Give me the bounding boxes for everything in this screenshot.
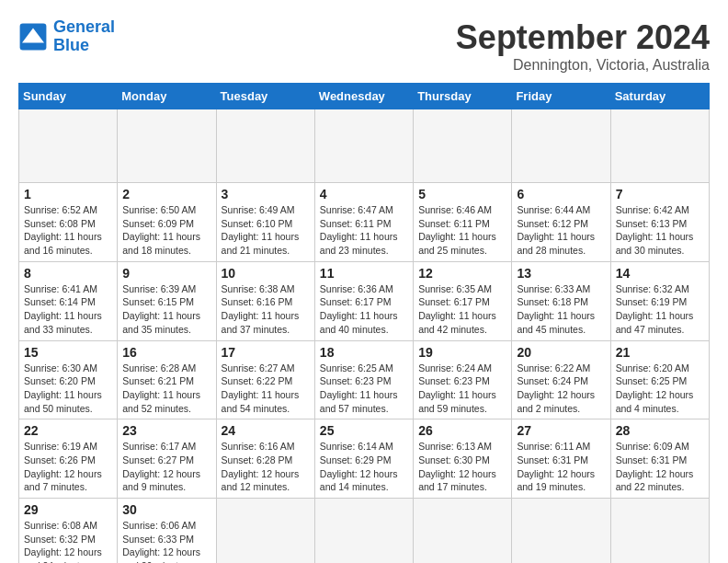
day-number: 21 [616,345,704,360]
calendar-cell: 22Sunrise: 6:19 AM Sunset: 6:26 PM Dayli… [19,419,118,499]
day-number: 6 [517,187,605,201]
day-info: Sunrise: 6:19 AM Sunset: 6:26 PM Dayligh… [24,440,112,494]
location-subtitle: Dennington, Victoria, Australia [456,57,710,74]
weekday-header-monday: Monday [118,84,216,109]
title-block: September 2024 Dennington, Victoria, Aus… [456,18,710,74]
logo-line1: General [53,17,115,36]
calendar-week-4: 22Sunrise: 6:19 AM Sunset: 6:26 PM Dayli… [19,419,710,499]
day-info: Sunrise: 6:16 AM Sunset: 6:28 PM Dayligh… [222,440,310,494]
calendar-cell: 16Sunrise: 6:28 AM Sunset: 6:21 PM Dayli… [118,340,216,419]
weekday-header-row: SundayMondayTuesdayWednesdayThursdayFrid… [19,84,710,109]
calendar-cell [314,109,413,183]
day-info: Sunrise: 6:41 AM Sunset: 6:14 PM Dayligh… [24,282,112,337]
day-info: Sunrise: 6:39 AM Sunset: 6:15 PM Dayligh… [122,282,210,337]
calendar-cell: 15Sunrise: 6:30 AM Sunset: 6:20 PM Dayli… [19,340,118,419]
day-info: Sunrise: 6:44 AM Sunset: 6:12 PM Dayligh… [517,203,605,258]
day-number: 26 [418,423,506,438]
calendar-cell: 14Sunrise: 6:32 AM Sunset: 6:19 PM Dayli… [610,261,709,340]
calendar-cell: 26Sunrise: 6:13 AM Sunset: 6:30 PM Dayli… [414,419,512,499]
day-info: Sunrise: 6:46 AM Sunset: 6:11 PM Dayligh… [418,203,506,258]
day-info: Sunrise: 6:20 AM Sunset: 6:25 PM Dayligh… [616,362,704,416]
calendar-cell: 8Sunrise: 6:41 AM Sunset: 6:14 PM Daylig… [19,261,118,340]
calendar-week-2: 8Sunrise: 6:41 AM Sunset: 6:14 PM Daylig… [19,261,710,340]
day-number: 1 [24,187,112,201]
calendar-cell [314,499,413,564]
calendar-cell [118,109,216,183]
calendar-cell [512,109,610,183]
day-info: Sunrise: 6:13 AM Sunset: 6:30 PM Dayligh… [418,440,506,494]
day-info: Sunrise: 6:49 AM Sunset: 6:10 PM Dayligh… [222,203,310,258]
day-info: Sunrise: 6:36 AM Sunset: 6:17 PM Dayligh… [320,282,408,337]
day-info: Sunrise: 6:33 AM Sunset: 6:18 PM Dayligh… [517,282,605,337]
calendar-cell: 12Sunrise: 6:35 AM Sunset: 6:17 PM Dayli… [414,261,512,340]
calendar-cell: 25Sunrise: 6:14 AM Sunset: 6:29 PM Dayli… [314,419,413,499]
calendar-cell [19,109,118,183]
day-info: Sunrise: 6:30 AM Sunset: 6:20 PM Dayligh… [24,362,112,416]
logo-text: General Blue [53,18,115,55]
day-info: Sunrise: 6:09 AM Sunset: 6:31 PM Dayligh… [616,440,704,494]
day-info: Sunrise: 6:17 AM Sunset: 6:27 PM Dayligh… [122,440,210,494]
logo-line2: Blue [53,36,89,54]
calendar-cell: 30Sunrise: 6:06 AM Sunset: 6:33 PM Dayli… [118,499,216,564]
weekday-header-friday: Friday [512,84,610,109]
day-info: Sunrise: 6:38 AM Sunset: 6:16 PM Dayligh… [222,282,310,337]
calendar-cell: 7Sunrise: 6:42 AM Sunset: 6:13 PM Daylig… [610,183,709,262]
calendar-week-0 [19,109,710,183]
calendar-cell: 28Sunrise: 6:09 AM Sunset: 6:31 PM Dayli… [610,419,709,499]
day-info: Sunrise: 6:24 AM Sunset: 6:23 PM Dayligh… [418,362,506,416]
calendar-cell: 27Sunrise: 6:11 AM Sunset: 6:31 PM Dayli… [512,419,610,499]
day-number: 24 [222,423,310,438]
day-number: 12 [418,266,506,281]
day-info: Sunrise: 6:42 AM Sunset: 6:13 PM Dayligh… [616,203,704,258]
calendar-cell [216,109,314,183]
calendar-cell: 18Sunrise: 6:25 AM Sunset: 6:23 PM Dayli… [314,340,413,419]
calendar-week-1: 1Sunrise: 6:52 AM Sunset: 6:08 PM Daylig… [19,183,710,262]
calendar-table: SundayMondayTuesdayWednesdayThursdayFrid… [18,83,710,563]
calendar-cell [610,109,709,183]
logo-icon [18,22,48,52]
calendar-cell: 23Sunrise: 6:17 AM Sunset: 6:27 PM Dayli… [118,419,216,499]
calendar-cell: 13Sunrise: 6:33 AM Sunset: 6:18 PM Dayli… [512,261,610,340]
day-number: 13 [517,266,605,281]
weekday-header-sunday: Sunday [19,84,118,109]
day-number: 3 [222,187,310,201]
day-number: 28 [616,423,704,438]
calendar-cell: 24Sunrise: 6:16 AM Sunset: 6:28 PM Dayli… [216,419,314,499]
day-info: Sunrise: 6:25 AM Sunset: 6:23 PM Dayligh… [320,362,408,416]
day-number: 30 [122,502,210,517]
day-number: 18 [320,345,408,360]
day-number: 27 [517,423,605,438]
day-number: 25 [320,423,408,438]
day-number: 22 [24,423,112,438]
weekday-header-thursday: Thursday [414,84,512,109]
day-info: Sunrise: 6:28 AM Sunset: 6:21 PM Dayligh… [122,362,210,416]
calendar-cell: 6Sunrise: 6:44 AM Sunset: 6:12 PM Daylig… [512,183,610,262]
calendar-cell: 2Sunrise: 6:50 AM Sunset: 6:09 PM Daylig… [118,183,216,262]
calendar-cell [610,499,709,564]
calendar-week-5: 29Sunrise: 6:08 AM Sunset: 6:32 PM Dayli… [19,499,710,564]
day-info: Sunrise: 6:11 AM Sunset: 6:31 PM Dayligh… [517,440,605,494]
day-number: 20 [517,345,605,360]
calendar-cell [414,109,512,183]
page-header: General Blue September 2024 Dennington, … [18,18,710,74]
calendar-cell: 21Sunrise: 6:20 AM Sunset: 6:25 PM Dayli… [610,340,709,419]
day-number: 10 [222,266,310,281]
day-info: Sunrise: 6:08 AM Sunset: 6:32 PM Dayligh… [24,519,112,563]
day-number: 14 [616,266,704,281]
day-info: Sunrise: 6:14 AM Sunset: 6:29 PM Dayligh… [320,440,408,494]
day-number: 4 [320,187,408,201]
day-number: 8 [24,266,112,281]
calendar-cell: 17Sunrise: 6:27 AM Sunset: 6:22 PM Dayli… [216,340,314,419]
weekday-header-saturday: Saturday [610,84,709,109]
weekday-header-wednesday: Wednesday [314,84,413,109]
calendar-cell: 3Sunrise: 6:49 AM Sunset: 6:10 PM Daylig… [216,183,314,262]
day-number: 29 [24,502,112,517]
day-number: 15 [24,345,112,360]
calendar-cell: 9Sunrise: 6:39 AM Sunset: 6:15 PM Daylig… [118,261,216,340]
calendar-cell: 5Sunrise: 6:46 AM Sunset: 6:11 PM Daylig… [414,183,512,262]
day-info: Sunrise: 6:47 AM Sunset: 6:11 PM Dayligh… [320,203,408,258]
day-info: Sunrise: 6:52 AM Sunset: 6:08 PM Dayligh… [24,203,112,258]
month-title: September 2024 [456,18,710,57]
calendar-cell [216,499,314,564]
day-number: 17 [222,345,310,360]
